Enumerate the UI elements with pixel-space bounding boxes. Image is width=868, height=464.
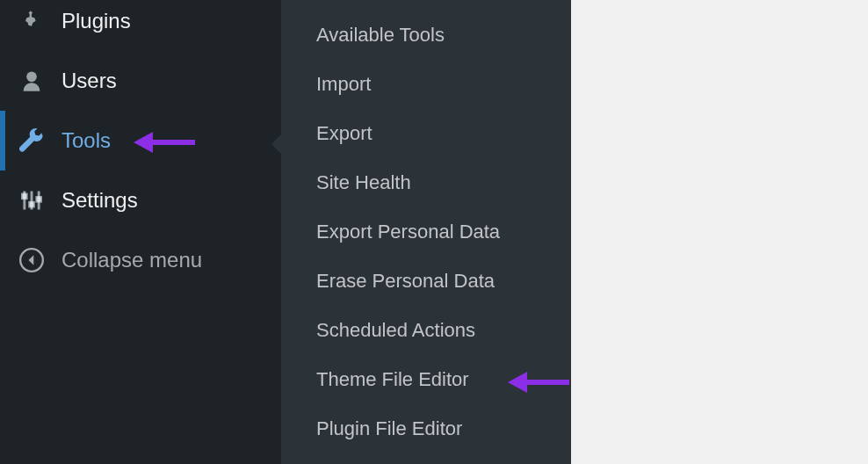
submenu-item-scheduled-actions[interactable]: Scheduled Actions [281,306,571,355]
submenu-item-import[interactable]: Import [281,60,571,109]
submenu-item-label: Available Tools [316,24,445,47]
submenu-item-label: Scheduled Actions [316,319,475,342]
sidebar-item-tools[interactable]: Tools [0,111,281,170]
submenu-item-label: Site Health [316,171,411,194]
submenu-item-plugin-file-editor[interactable]: Plugin File Editor [281,404,571,453]
collapse-menu-label: Collapse menu [61,248,202,272]
submenu-item-theme-file-editor[interactable]: Theme File Editor [281,355,571,404]
sidebar-item-label: Tools [61,128,111,153]
sidebar-item-users[interactable]: Users [0,51,281,111]
plugin-icon [19,9,44,33]
wrench-icon [19,128,44,153]
sidebar-item-label: Settings [61,188,138,213]
svg-rect-6 [37,198,41,202]
sidebar-item-settings[interactable]: Settings [0,170,281,230]
collapse-icon [19,248,44,272]
submenu-item-label: Erase Personal Data [316,270,495,293]
sidebar-item-label: Plugins [61,9,131,33]
collapse-menu-button[interactable]: Collapse menu [0,230,281,290]
tools-submenu: Available Tools Import Export Site Healt… [281,0,571,464]
admin-sidebar: Plugins Users Tools Settings Collapse me… [0,0,281,464]
submenu-item-available-tools[interactable]: Available Tools [281,11,571,60]
sidebar-item-plugins[interactable]: Plugins [0,0,281,51]
svg-rect-4 [23,194,27,199]
submenu-item-label: Theme File Editor [316,368,469,391]
svg-point-0 [26,72,37,83]
submenu-item-label: Export Personal Data [316,221,500,243]
sliders-icon [19,188,44,213]
users-icon [19,69,44,93]
submenu-item-label: Import [316,73,371,96]
submenu-item-site-health[interactable]: Site Health [281,158,571,207]
svg-rect-5 [30,202,34,207]
sidebar-item-label: Users [61,69,117,93]
submenu-item-export-personal-data[interactable]: Export Personal Data [281,207,571,257]
submenu-item-label: Export [316,122,373,145]
submenu-item-erase-personal-data[interactable]: Erase Personal Data [281,257,571,306]
submenu-item-export[interactable]: Export [281,109,571,158]
submenu-item-label: Plugin File Editor [316,417,462,440]
